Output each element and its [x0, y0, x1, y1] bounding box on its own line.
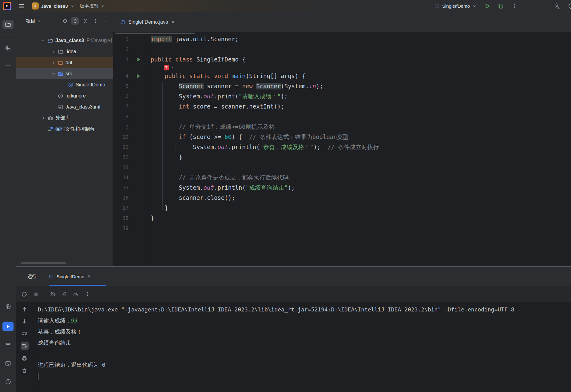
code-with-me-button[interactable] [553, 2, 562, 11]
line-number[interactable]: 1 [113, 34, 129, 44]
tree-item--[interactable]: 外部库 [16, 113, 113, 124]
tree-item-Java_class3[interactable]: Java_class3F:\Java教材 [16, 35, 113, 46]
code-line-9[interactable]: 9 // 单分支if：成绩>=60则提示及格 [113, 122, 571, 132]
code-line-18[interactable]: 18} [113, 213, 571, 223]
tree-item-Java_class3.iml[interactable]: Java_class3.iml [16, 101, 113, 113]
build-tool-button[interactable] [2, 340, 14, 350]
line-number[interactable]: 16 [113, 193, 129, 203]
vcs-widget[interactable]: 版本控制 [80, 3, 105, 9]
code-line-3[interactable]: 3public class SingleIfDemo { [113, 54, 571, 65]
clear-console-button[interactable] [21, 367, 29, 374]
code-line-15[interactable]: 15 System.out.println("成绩查询结束"); [113, 183, 571, 193]
tree-item-.idea[interactable]: .idea [16, 46, 113, 57]
scroll-to-top-button[interactable] [21, 305, 29, 313]
tree-item-.gitignore[interactable]: .gitignore [16, 90, 113, 101]
run-tool-button[interactable] [2, 322, 14, 331]
line-number[interactable]: 13 [113, 162, 129, 172]
tree-item--[interactable]: 临时文件和控制台 [16, 124, 113, 135]
more-actions-button[interactable] [510, 2, 519, 11]
line-number[interactable]: 12 [113, 152, 129, 162]
locate-file-button[interactable] [61, 17, 69, 25]
console-output[interactable]: D:\IDEA\JDK\bin\java.exe "-javaagent:D:\… [33, 302, 571, 392]
line-number[interactable]: 4 [113, 71, 129, 81]
line-number[interactable]: 6 [113, 91, 129, 101]
tree-chevron[interactable] [41, 115, 46, 121]
tree-chevron[interactable] [51, 49, 56, 54]
line-number[interactable]: 18 [113, 213, 129, 223]
terminal-tool-button[interactable] [2, 358, 14, 368]
line-number[interactable]: 17 [113, 203, 129, 213]
code-line-5[interactable]: 5 Scanner scanner = new Scanner(System.i… [113, 81, 571, 91]
print-button[interactable] [21, 354, 29, 362]
code-line-12[interactable]: 12 } [113, 152, 571, 162]
horizontal-scrollbar[interactable] [21, 262, 66, 264]
services-tool-button[interactable] [2, 302, 14, 311]
line-number[interactable]: 3 [113, 54, 129, 65]
snapshot-button[interactable] [49, 291, 56, 298]
project-tree: Java_class3F:\Java教材.ideaoutsrcCSingleIf… [16, 35, 113, 135]
line-number[interactable]: 9 [113, 122, 129, 132]
cpu-profiler-button[interactable] [72, 291, 79, 298]
more-tool-windows-button[interactable] [2, 61, 14, 70]
code-line-11[interactable]: 11 System.out.println("恭喜，成绩及格！"); // 条件… [113, 142, 571, 152]
chevron-down-icon[interactable] [170, 66, 174, 70]
code-line-14[interactable]: 14 // 无论条件是否成立，都会执行后续代码 [113, 172, 571, 183]
attach-profiler-button[interactable] [60, 291, 68, 298]
line-number[interactable]: 15 [113, 183, 129, 193]
debug-button[interactable] [496, 2, 506, 11]
line-number[interactable]: 2 [113, 44, 129, 54]
tree-chevron[interactable] [51, 71, 56, 77]
code-line-2[interactable]: 2 [113, 44, 571, 54]
code-line-6[interactable]: 6 System.out.print("请输入成绩："); [113, 91, 571, 101]
tree-item-SingleIfDemo[interactable]: CSingleIfDemo [16, 79, 113, 90]
line-number[interactable]: 19 [113, 223, 129, 233]
code-line-19[interactable]: 19 [113, 223, 571, 233]
rerun-icon [21, 291, 27, 297]
code-line-4[interactable]: 4 public static void main(String[] args)… [113, 71, 571, 81]
tree-item-label: SingleIfDemo [76, 82, 105, 88]
tree-chevron[interactable] [51, 60, 56, 65]
expand-collapse-toggle[interactable] [71, 17, 79, 25]
line-number[interactable]: 11 [113, 142, 129, 152]
hide-panel-button[interactable] [102, 17, 109, 25]
editor-tab[interactable]: C SingleIfDemo.java [120, 19, 175, 25]
search-everywhere-button[interactable] [566, 2, 571, 11]
code-editor[interactable]: 1import java.util.Scanner;23public class… [113, 32, 571, 267]
rerun-button[interactable] [21, 291, 28, 298]
project-tool-button[interactable] [2, 20, 14, 29]
plugin-badge-icon[interactable]: 飞 [164, 65, 169, 70]
project-widget[interactable]: J Java_class3 [32, 2, 74, 10]
stop-button[interactable] [32, 291, 40, 298]
code-line-7[interactable]: 7 int score = scanner.nextInt(); [113, 101, 571, 112]
tree-chevron[interactable] [41, 38, 46, 43]
main-menu-button[interactable] [17, 2, 26, 11]
problems-tool-button[interactable] [2, 377, 14, 386]
run-configuration-selector[interactable]: SingleIfDemo [434, 3, 477, 9]
tree-item-label: .idea [65, 49, 76, 54]
console-options-button[interactable] [84, 291, 91, 298]
code-line-17[interactable]: 17 } [113, 203, 571, 213]
run-tab[interactable]: SingleIfDemo [49, 267, 91, 286]
gutter-run-button[interactable] [129, 71, 148, 81]
tree-item-out[interactable]: out [16, 57, 113, 68]
structure-tool-button[interactable] [2, 43, 14, 53]
line-number[interactable]: 10 [113, 132, 129, 142]
code-line-8[interactable]: 8 [113, 112, 571, 122]
code-line-1[interactable]: 1import java.util.Scanner; [113, 34, 571, 44]
line-number[interactable]: 8 [113, 112, 129, 122]
panel-options-button[interactable] [92, 17, 99, 25]
line-number[interactable]: 7 [113, 101, 129, 112]
line-number[interactable]: 5 [113, 81, 129, 91]
code-line-10[interactable]: 10 if (score >= 60) { // 条件表达式：结果为boolea… [113, 132, 571, 142]
scroll-to-bottom-button[interactable] [21, 318, 29, 325]
gutter-run-button[interactable] [129, 54, 148, 65]
code-line-16[interactable]: 16 scanner.close(); [113, 193, 571, 203]
collapse-all-button[interactable] [81, 17, 89, 25]
project-panel-title[interactable]: 项目 [26, 18, 35, 24]
tree-item-src[interactable]: src [16, 68, 113, 79]
soft-wrap-button[interactable] [21, 330, 29, 338]
run-button[interactable] [483, 2, 492, 11]
line-number[interactable]: 14 [113, 172, 129, 183]
code-line-13[interactable]: 13 [113, 162, 571, 172]
scroll-to-end-button[interactable] [21, 342, 29, 350]
